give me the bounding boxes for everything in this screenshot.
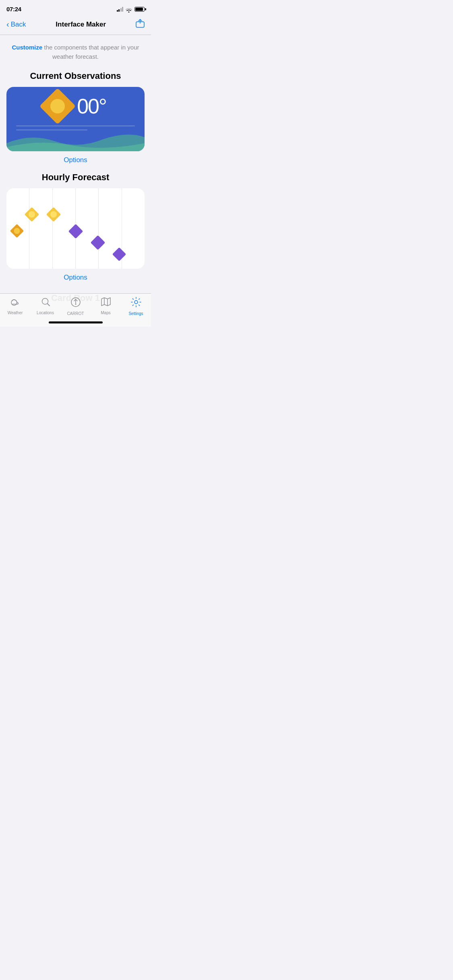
hourly-forecast-options[interactable]: Options bbox=[0, 269, 151, 286]
carrot-tab-label: CARROT bbox=[67, 311, 84, 316]
maps-tab-label: Maps bbox=[101, 311, 110, 315]
current-observations-card: 00° bbox=[6, 87, 145, 151]
carrot-tab-icon bbox=[70, 297, 81, 310]
svg-rect-7 bbox=[69, 224, 83, 238]
hourly-dots bbox=[6, 188, 145, 269]
yellow-diamond-3 bbox=[10, 224, 23, 237]
status-icons bbox=[117, 7, 145, 12]
obs-hills bbox=[6, 129, 145, 151]
tab-settings[interactable]: Settings bbox=[121, 297, 151, 316]
locations-tab-label: Locations bbox=[37, 311, 54, 315]
settings-tab-icon bbox=[131, 297, 141, 310]
maps-tab-icon bbox=[101, 297, 111, 309]
nav-bar: ‹ Back Interface Maker bbox=[0, 16, 151, 35]
tab-maps[interactable]: Maps bbox=[91, 297, 121, 315]
tab-bar: Weather Locations CARROT bbox=[0, 293, 151, 327]
home-indicator bbox=[49, 321, 103, 323]
chevron-left-icon: ‹ bbox=[6, 20, 9, 28]
svg-point-2 bbox=[29, 211, 35, 218]
svg-point-6 bbox=[14, 228, 20, 234]
weather-tab-icon bbox=[10, 297, 21, 309]
status-time: 07:24 bbox=[6, 6, 21, 12]
svg-line-12 bbox=[48, 304, 50, 306]
signal-icon bbox=[117, 7, 124, 12]
svg-point-4 bbox=[50, 211, 57, 218]
customize-rest: the components that appear in your weath… bbox=[42, 44, 139, 60]
temperature-display: 00° bbox=[77, 94, 106, 118]
purple-diamond-1 bbox=[69, 224, 83, 238]
tab-weather[interactable]: Weather bbox=[0, 297, 30, 315]
page-title: Interface Maker bbox=[56, 21, 106, 29]
sun-icon bbox=[45, 93, 70, 119]
yellow-diamond-2 bbox=[47, 208, 60, 221]
status-bar: 07:24 bbox=[0, 0, 151, 16]
tab-carrot[interactable]: CARROT bbox=[60, 297, 91, 316]
hourly-forecast-card bbox=[6, 188, 145, 269]
main-content: Customize the components that appear in … bbox=[0, 35, 151, 304]
svg-point-14 bbox=[75, 304, 76, 305]
battery-icon bbox=[134, 7, 145, 12]
share-button[interactable] bbox=[136, 19, 145, 30]
wifi-icon bbox=[126, 7, 132, 12]
svg-point-11 bbox=[42, 299, 48, 305]
svg-point-17 bbox=[134, 301, 138, 304]
customize-banner: Customize the components that appear in … bbox=[0, 35, 151, 68]
locations-tab-icon bbox=[41, 297, 50, 309]
svg-rect-9 bbox=[113, 248, 126, 261]
current-obs-options[interactable]: Options bbox=[0, 151, 151, 169]
customize-highlight: Customize bbox=[12, 44, 43, 51]
purple-diamond-3 bbox=[113, 248, 126, 261]
purple-diamond-2 bbox=[91, 236, 105, 249]
svg-rect-8 bbox=[91, 236, 105, 249]
hourly-forecast-title: Hourly Forecast bbox=[0, 172, 151, 183]
weather-tab-label: Weather bbox=[8, 311, 23, 315]
tab-locations[interactable]: Locations bbox=[30, 297, 60, 315]
yellow-diamond-1 bbox=[25, 208, 39, 221]
settings-tab-label: Settings bbox=[128, 311, 143, 316]
current-observations-title: Current Observations bbox=[0, 71, 151, 81]
obs-card-content: 00° bbox=[6, 87, 145, 126]
back-button[interactable]: ‹ Back bbox=[6, 21, 26, 29]
back-label: Back bbox=[11, 21, 26, 29]
